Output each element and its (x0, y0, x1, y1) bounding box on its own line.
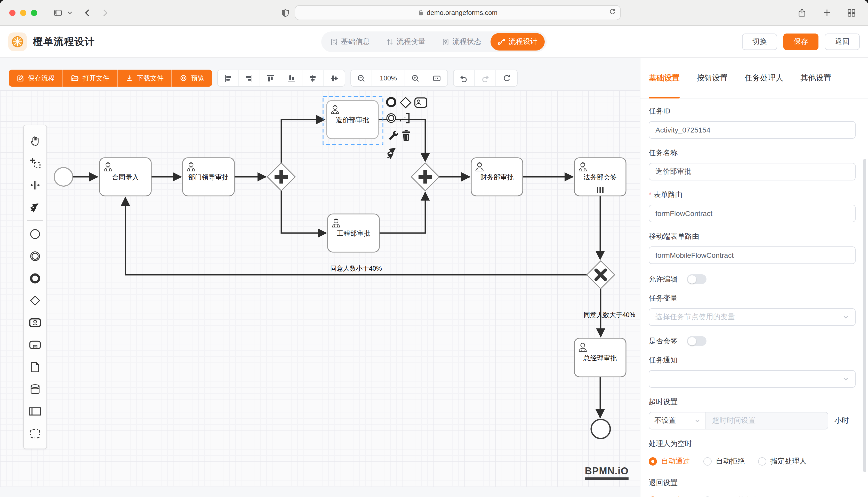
preview-button[interactable]: 预览 (172, 70, 212, 87)
task-name-input[interactable] (649, 163, 856, 181)
fit-viewport-button[interactable] (426, 70, 447, 86)
download-file-button[interactable]: 下载文件 (118, 70, 172, 87)
tab-process-status[interactable]: 流程状态 (435, 33, 488, 51)
node-cost-dept-approve[interactable]: 造价部审批 (327, 101, 378, 139)
timeout-hours-input[interactable]: 超时时间设置 (706, 412, 828, 429)
radio-auto-reject[interactable]: 自动拒绝 (703, 457, 745, 466)
node-label: 造价部审批 (336, 116, 369, 124)
save-flow-button[interactable]: 保存流程 (9, 70, 63, 87)
task-variable-select[interactable]: 选择任务节点使用的变量 (649, 308, 856, 326)
timeout-mode-select[interactable]: 不设置 (649, 412, 706, 429)
palette-user-task[interactable] (25, 311, 45, 333)
radio-auto-approve[interactable]: 自动通过 (649, 457, 690, 466)
panel-tab-button-settings[interactable]: 按钮设置 (697, 58, 728, 98)
align-left-button[interactable] (218, 70, 239, 86)
window-controls (9, 10, 37, 16)
palette-subprocess[interactable] (25, 333, 45, 356)
back-to-list-button[interactable]: 返回 (825, 33, 860, 50)
node-legal-countersign[interactable]: 法务部会签 (574, 158, 626, 196)
edge-cost-to-gateway2[interactable] (378, 119, 425, 161)
panel-tab-basic-settings[interactable]: 基础设置 (649, 58, 680, 98)
tab-process-design[interactable]: 流程设计 (491, 33, 545, 51)
sidebar-toggle-icon[interactable] (51, 5, 65, 20)
panel-scrollbar[interactable] (863, 159, 866, 472)
panel-tab-task-assignee[interactable]: 任务处理人 (745, 58, 783, 98)
tab-basic-info[interactable]: 基础信息 (323, 33, 377, 51)
sidebar-chevron-icon[interactable] (65, 5, 74, 20)
content-blocker-shield-icon[interactable] (281, 9, 290, 17)
node-parallel-gateway-split[interactable] (267, 163, 295, 191)
mobile-form-route-input[interactable] (649, 246, 856, 264)
zoom-in-button[interactable] (405, 70, 426, 86)
palette-data-store[interactable] (25, 378, 45, 400)
node-dept-leader-approve[interactable]: 部门领导审批 (183, 158, 234, 196)
node-start-event[interactable] (54, 168, 73, 186)
countersign-toggle[interactable] (687, 336, 706, 346)
palette-data-object[interactable] (25, 356, 45, 378)
palette-hand-tool[interactable] (25, 129, 45, 152)
node-label: 财务部审批 (480, 173, 514, 181)
minimize-window-button[interactable] (20, 10, 26, 16)
form-route-input[interactable] (649, 205, 856, 222)
switch-button[interactable]: 切换 (742, 33, 777, 50)
radio-assign-handler[interactable]: 指定处理人 (758, 457, 807, 466)
undo-button[interactable] (454, 70, 475, 86)
zoom-window-button[interactable] (31, 10, 37, 16)
pad-delete-icon[interactable] (402, 130, 410, 141)
address-bar[interactable]: demo.orangeforms.com (295, 5, 621, 20)
bpmn-canvas[interactable]: 同意人数小于40% 同意人数大于40% 合同录入 部门领导审批 (0, 90, 640, 487)
palette-start-event[interactable] (25, 223, 45, 245)
palette-connect-tool[interactable] (25, 196, 45, 218)
pad-append-text-annotation[interactable] (400, 113, 409, 123)
node-exclusive-gateway[interactable] (587, 261, 615, 289)
node-finance-approve[interactable]: 财务部审批 (471, 158, 523, 196)
close-window-button[interactable] (9, 10, 15, 16)
node-end-event[interactable] (591, 420, 610, 439)
node-gm-approve[interactable]: 总经理审批 (574, 338, 626, 377)
pad-wrench-icon[interactable] (389, 131, 398, 140)
save-button[interactable]: 保存 (783, 33, 818, 50)
palette-group[interactable] (25, 422, 45, 444)
align-center-vertical-button[interactable] (323, 70, 345, 86)
redo-button[interactable] (475, 70, 496, 86)
edge-gateway1-to-cost[interactable] (281, 119, 325, 163)
forward-button[interactable] (98, 5, 112, 20)
new-tab-icon[interactable] (819, 5, 834, 20)
reset-button[interactable] (496, 70, 517, 86)
share-icon[interactable] (795, 5, 809, 20)
pad-append-user-task[interactable] (415, 98, 427, 107)
node-parallel-gateway-join[interactable] (411, 163, 439, 191)
palette-space-tool[interactable] (25, 174, 45, 196)
zoom-level[interactable]: 100% (372, 70, 405, 86)
palette-gateway[interactable] (25, 289, 45, 311)
align-bottom-button[interactable] (281, 70, 302, 86)
back-button[interactable] (80, 5, 94, 20)
pad-append-end-event[interactable] (387, 98, 395, 106)
align-center-horizontal-button[interactable] (302, 70, 323, 86)
palette-participant[interactable] (25, 400, 45, 422)
task-id-input[interactable] (649, 121, 856, 139)
pad-append-gateway[interactable] (400, 97, 411, 108)
panel-tab-other-settings[interactable]: 其他设置 (800, 58, 831, 98)
edge-eng-to-gateway2[interactable] (379, 192, 425, 233)
edge-gateway1-to-eng[interactable] (281, 191, 326, 233)
palette-end-event[interactable] (25, 267, 45, 289)
align-top-button[interactable] (260, 70, 281, 86)
bpmn-io-text: BPMN.iO (585, 466, 629, 476)
radio-reapprove[interactable]: 重新审批 (649, 496, 690, 497)
tab-overview-icon[interactable] (844, 5, 859, 20)
allow-edit-toggle[interactable] (687, 274, 706, 284)
zoom-out-button[interactable] (351, 70, 372, 86)
node-contract-entry[interactable]: 合同录入 (100, 158, 151, 196)
open-file-button[interactable]: 打开文件 (63, 70, 118, 87)
reload-icon[interactable] (609, 8, 616, 15)
pad-connect-icon[interactable] (388, 148, 395, 158)
palette-intermediate-event[interactable] (25, 245, 45, 267)
bpmn-io-watermark[interactable]: BPMN.iO (585, 466, 629, 480)
task-notify-select[interactable] (649, 370, 856, 388)
tab-process-variables[interactable]: 流程变量 (379, 33, 433, 51)
palette-lasso-tool[interactable] (25, 152, 45, 174)
align-right-button[interactable] (239, 70, 260, 86)
radio-from-current-node[interactable]: 从当前节点审批 (703, 496, 778, 497)
node-eng-dept-approve[interactable]: 工程部审批 (328, 214, 379, 252)
